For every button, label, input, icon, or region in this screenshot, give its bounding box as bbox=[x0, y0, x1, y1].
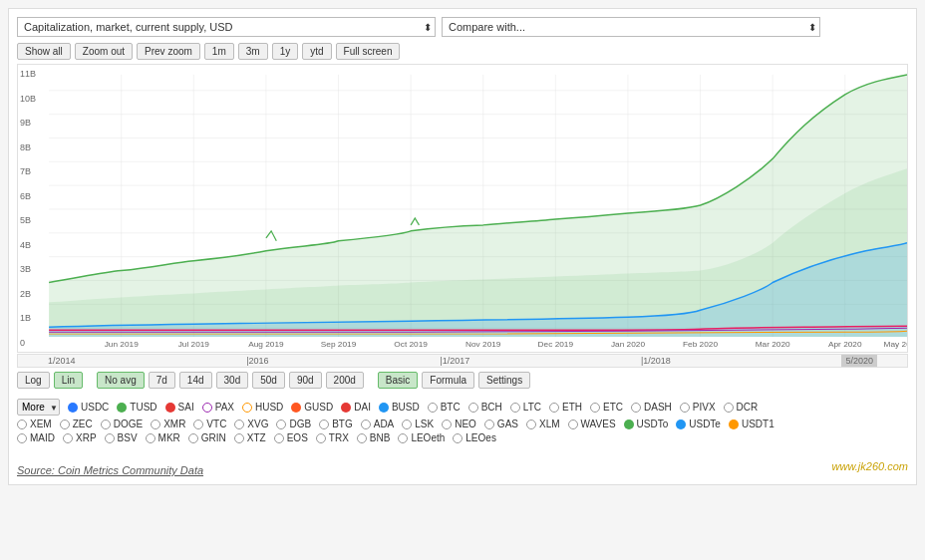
btn-14d[interactable]: 14d bbox=[179, 372, 212, 389]
coin-item-waves[interactable]: WAVES bbox=[568, 419, 616, 429]
no-avg-button[interactable]: No avg bbox=[97, 372, 145, 389]
gusd-dot bbox=[291, 403, 301, 413]
svg-text:Apr 2020: Apr 2020 bbox=[828, 340, 862, 349]
zoom-out-button[interactable]: Zoom out bbox=[75, 43, 133, 60]
coin-item-dash[interactable]: DASH bbox=[631, 402, 672, 413]
full-screen-button[interactable]: Full screen bbox=[336, 43, 401, 60]
coin-item-pivx[interactable]: PIVX bbox=[680, 402, 716, 413]
btn-3m[interactable]: 3m bbox=[238, 43, 268, 60]
coin-item-zec[interactable]: ZEC bbox=[60, 419, 93, 429]
show-all-button[interactable]: Show all bbox=[17, 43, 71, 60]
coin-item-usdto[interactable]: USDTo bbox=[624, 419, 669, 429]
svg-text:Jun 2019: Jun 2019 bbox=[105, 340, 140, 349]
leoes-dot bbox=[453, 433, 462, 443]
btn-1m[interactable]: 1m bbox=[204, 43, 234, 60]
etc-dot bbox=[590, 403, 600, 413]
bottom-controls: Log Lin No avg 7d 14d 30d 50d 90d 200d B… bbox=[17, 372, 908, 389]
coin-item-ltc[interactable]: LTC bbox=[510, 402, 541, 413]
xem-label: XEM bbox=[30, 419, 52, 429]
coin-item-mkr[interactable]: MKR bbox=[146, 432, 180, 443]
btn-50d[interactable]: 50d bbox=[252, 372, 285, 389]
coin-item-leoeth[interactable]: LEOeth bbox=[398, 432, 445, 443]
coin-item-dcr[interactable]: DCR bbox=[724, 402, 759, 413]
pivx-dot bbox=[680, 403, 690, 413]
btn-30d[interactable]: 30d bbox=[216, 372, 249, 389]
coin-item-bch[interactable]: BCH bbox=[468, 402, 502, 413]
basic-button[interactable]: Basic bbox=[378, 372, 418, 389]
coin-item-btg[interactable]: BTG bbox=[319, 419, 353, 429]
mkr-label: MKR bbox=[158, 432, 180, 443]
timeline-1-2017: |1/2017 bbox=[440, 356, 469, 366]
coin-item-grin[interactable]: GRIN bbox=[188, 432, 226, 443]
coin-item-busd[interactable]: BUSD bbox=[379, 402, 420, 413]
ada-dot bbox=[361, 420, 371, 429]
eth-label: ETH bbox=[562, 402, 582, 413]
coin-item-trx[interactable]: TRX bbox=[316, 432, 349, 443]
coin-item-dgb[interactable]: DGB bbox=[276, 419, 311, 429]
gas-dot bbox=[484, 420, 494, 429]
xmr-dot bbox=[151, 420, 160, 429]
log-button[interactable]: Log bbox=[17, 372, 50, 389]
coin-item-lsk[interactable]: LSK bbox=[402, 419, 434, 429]
leoeth-dot bbox=[398, 433, 408, 443]
usdte-label: USDTe bbox=[689, 419, 721, 429]
more-dropdown[interactable]: More bbox=[17, 399, 60, 416]
coin-item-xem[interactable]: XEM bbox=[17, 419, 52, 429]
coin-item-husd[interactable]: HUSD bbox=[242, 402, 283, 413]
formula-button[interactable]: Formula bbox=[422, 372, 474, 389]
coin-item-dai[interactable]: DAI bbox=[341, 402, 371, 413]
coin-item-pax[interactable]: PAX bbox=[202, 402, 234, 413]
zoom-controls: Show all Zoom out Prev zoom 1m 3m 1y ytd… bbox=[17, 43, 908, 60]
usdc-dot bbox=[68, 403, 78, 413]
coin-item-doge[interactable]: DOGE bbox=[101, 419, 143, 429]
bch-dot bbox=[468, 403, 478, 413]
coin-item-vtc[interactable]: VTC bbox=[193, 419, 226, 429]
coin-item-usdt1[interactable]: USDT1 bbox=[729, 419, 774, 429]
coin-item-bnb[interactable]: BNB bbox=[357, 432, 391, 443]
coin-item-eth[interactable]: ETH bbox=[549, 402, 582, 413]
btn-90d[interactable]: 90d bbox=[289, 372, 322, 389]
prev-zoom-button[interactable]: Prev zoom bbox=[137, 43, 200, 60]
coin-item-usdte[interactable]: USDTe bbox=[676, 419, 721, 429]
coin-item-usdc[interactable]: USDC bbox=[68, 402, 109, 413]
coin-item-xmr[interactable]: XMR bbox=[151, 419, 185, 429]
coin-item-etc[interactable]: ETC bbox=[590, 402, 623, 413]
btn-ytd[interactable]: ytd bbox=[302, 43, 331, 60]
metric-dropdown[interactable]: Capitalization, market, current supply, … bbox=[17, 17, 436, 37]
xvg-label: XVG bbox=[247, 419, 268, 429]
usdt1-dot bbox=[729, 420, 739, 429]
coin-item-gas[interactable]: GAS bbox=[484, 419, 518, 429]
settings-button[interactable]: Settings bbox=[478, 372, 530, 389]
compare-dropdown[interactable]: Compare with... bbox=[442, 17, 820, 37]
coin-item-xlm[interactable]: XLM bbox=[526, 419, 560, 429]
coin-item-sai[interactable]: SAI bbox=[165, 402, 194, 413]
mkr-dot bbox=[146, 433, 155, 443]
coin-item-neo[interactable]: NEO bbox=[442, 419, 476, 429]
timeline-1-2014: 1/2014 bbox=[48, 356, 76, 366]
btn-7d[interactable]: 7d bbox=[149, 372, 175, 389]
coin-item-tusd[interactable]: TUSD bbox=[117, 402, 156, 413]
grin-label: GRIN bbox=[201, 432, 226, 443]
source-footer: Source: Coin Metrics Community Data www.… bbox=[17, 456, 908, 476]
coin-item-gusd[interactable]: GUSD bbox=[291, 402, 333, 413]
dcr-label: DCR bbox=[737, 402, 759, 413]
coin-item-eos[interactable]: EOS bbox=[274, 432, 308, 443]
sai-label: SAI bbox=[178, 402, 194, 413]
coin-item-btc[interactable]: BTC bbox=[428, 402, 461, 413]
coin-item-xtz[interactable]: XTZ bbox=[234, 432, 266, 443]
husd-dot bbox=[242, 403, 252, 413]
coin-item-maid[interactable]: MAID bbox=[17, 432, 55, 443]
lin-button[interactable]: Lin bbox=[54, 372, 83, 389]
btn-200d[interactable]: 200d bbox=[326, 372, 364, 389]
coin-item-xrp[interactable]: XRP bbox=[63, 432, 97, 443]
coin-item-bsv[interactable]: BSV bbox=[105, 432, 138, 443]
vtc-label: VTC bbox=[206, 419, 226, 429]
eos-label: EOS bbox=[287, 432, 308, 443]
btn-1y[interactable]: 1y bbox=[272, 43, 299, 60]
coin-item-xvg[interactable]: XVG bbox=[234, 419, 268, 429]
coin-item-ada[interactable]: ADA bbox=[361, 419, 395, 429]
doge-label: DOGE bbox=[114, 419, 143, 429]
trx-label: TRX bbox=[329, 432, 349, 443]
dash-dot bbox=[631, 403, 641, 413]
coin-item-leoes[interactable]: LEOes bbox=[453, 432, 496, 443]
